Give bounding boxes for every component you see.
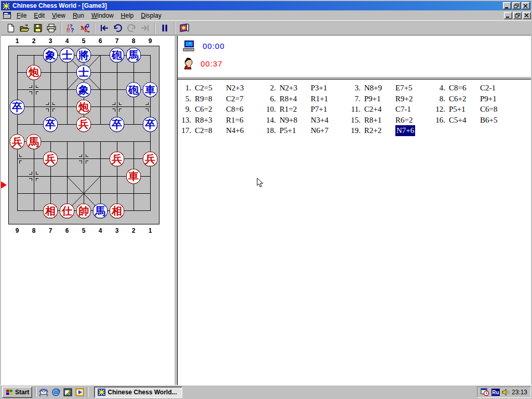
black-move[interactable]: C2=7: [226, 94, 243, 104]
piece-red[interactable]: 炮: [26, 65, 41, 81]
piece-black[interactable]: 馬: [93, 204, 108, 219]
black-move[interactable]: E7+5: [395, 83, 413, 94]
piece-red[interactable]: 馬: [26, 135, 41, 150]
black-move[interactable]: R1+1: [311, 94, 328, 104]
red-move[interactable]: P5+1: [280, 125, 311, 136]
red-move[interactable]: R8+4: [280, 94, 311, 104]
language-indicator[interactable]: Ru: [491, 389, 500, 396]
piece-black[interactable]: 馬: [126, 48, 141, 63]
mdi-minimize-button[interactable]: [504, 12, 512, 19]
restore-button[interactable]: [512, 2, 521, 9]
show-desktop-icon[interactable]: [63, 388, 72, 396]
black-move[interactable]: N2+3: [226, 83, 244, 94]
piece-black[interactable]: 士: [76, 65, 91, 81]
black-move[interactable]: C8=6: [226, 104, 243, 115]
black-move[interactable]: N6+7: [311, 125, 328, 136]
black-move[interactable]: P7+1: [311, 104, 327, 115]
menu-run[interactable]: Run: [69, 11, 88, 20]
piece-black[interactable]: 卒: [110, 117, 124, 132]
red-move[interactable]: R1=2: [280, 104, 311, 115]
menu-display[interactable]: Display: [137, 11, 165, 20]
black-move[interactable]: P3+1: [311, 83, 327, 94]
piece-black[interactable]: 卒: [143, 117, 157, 132]
opening-book-button[interactable]: [178, 22, 191, 34]
red-move[interactable]: P9+1: [364, 94, 395, 104]
auto-move-button[interactable]: M: [78, 22, 91, 34]
piece-black[interactable]: 象: [76, 83, 91, 98]
piece-red[interactable]: 相: [110, 204, 124, 219]
piece-red[interactable]: 兵: [10, 135, 24, 150]
red-move[interactable]: N8+9: [364, 83, 395, 94]
piece-red[interactable]: 車: [126, 169, 141, 184]
black-move[interactable]: N3+4: [311, 115, 328, 126]
piece-black[interactable]: 象: [43, 48, 58, 63]
piece-black[interactable]: 卒: [10, 100, 24, 115]
piece-red[interactable]: 帥: [76, 204, 91, 219]
piece-red[interactable]: 兵: [43, 152, 58, 167]
media-player-icon[interactable]: [75, 388, 84, 396]
volume-icon[interactable]: [502, 389, 510, 396]
black-move[interactable]: N4+6: [226, 125, 244, 136]
black-move[interactable]: C7-1: [395, 104, 411, 115]
piece-red[interactable]: 兵: [76, 117, 91, 132]
scheduler-icon[interactable]: [481, 388, 489, 396]
go-first-move-button[interactable]: [98, 22, 111, 34]
task-button-chinese-chess[interactable]: Chinese Chess World...: [94, 387, 182, 398]
start-button[interactable]: Start: [2, 387, 32, 398]
outlook-express-icon[interactable]: [39, 388, 48, 396]
print-button[interactable]: [45, 22, 58, 34]
piece-red[interactable]: 兵: [143, 152, 157, 167]
black-move[interactable]: R9+2: [395, 94, 413, 104]
red-move[interactable]: R2+2: [364, 125, 395, 136]
menu-help[interactable]: Help: [117, 11, 138, 20]
red-move[interactable]: N9+8: [280, 115, 311, 126]
piece-black[interactable]: 車: [143, 83, 157, 98]
piece-red[interactable]: 仕: [60, 204, 74, 219]
menu-view[interactable]: View: [48, 11, 69, 20]
red-move[interactable]: C8=6: [449, 83, 480, 94]
red-move[interactable]: R8+3: [195, 115, 226, 126]
piece-red[interactable]: 炮: [76, 100, 91, 115]
piece-black[interactable]: 砲: [126, 83, 141, 98]
pause-button[interactable]: [158, 22, 171, 34]
black-move[interactable]: B6+5: [480, 115, 497, 126]
piece-red[interactable]: 兵: [110, 152, 124, 167]
red-move[interactable]: P5+1: [449, 104, 480, 115]
mdi-document-icon[interactable]: [3, 12, 11, 19]
black-move[interactable]: R1=6: [226, 115, 243, 126]
new-game-button[interactable]: [4, 22, 18, 34]
red-move[interactable]: N2+3: [280, 83, 311, 94]
black-move[interactable]: P9+1: [480, 94, 497, 104]
black-move-selected[interactable]: N7+6: [395, 125, 415, 136]
hint-analysis-button[interactable]: !?!!?: [64, 22, 78, 34]
black-move[interactable]: R6=2: [395, 115, 413, 126]
save-file-button[interactable]: [31, 22, 45, 34]
black-move[interactable]: C2-1: [480, 83, 496, 94]
piece-black[interactable]: 砲: [110, 48, 124, 63]
minimize-button[interactable]: [503, 2, 511, 9]
mdi-close-button[interactable]: [523, 12, 531, 19]
red-move[interactable]: R9=8: [195, 94, 226, 104]
close-button[interactable]: [522, 2, 530, 9]
open-file-button[interactable]: [18, 22, 31, 34]
mdi-restore-button[interactable]: [513, 12, 522, 19]
red-move[interactable]: C5+4: [449, 115, 480, 126]
piece-black[interactable]: 將: [76, 48, 91, 63]
red-move[interactable]: C2=5: [195, 83, 226, 94]
red-move[interactable]: C2+4: [364, 104, 395, 115]
internet-explorer-icon[interactable]: [51, 388, 60, 396]
xiangqi-board[interactable]: 123456789987654321象士將砲馬炮士象砲車卒炮卒兵卒卒兵馬兵兵兵車…: [4, 37, 166, 236]
piece-red[interactable]: 相: [43, 204, 58, 219]
red-move[interactable]: C6=2: [195, 104, 226, 115]
red-move[interactable]: R8+1: [364, 115, 395, 126]
red-move[interactable]: C6+2: [449, 94, 480, 104]
piece-black[interactable]: 士: [60, 48, 74, 63]
red-move[interactable]: C2=8: [195, 125, 226, 136]
menu-file[interactable]: File: [13, 11, 30, 20]
svg-text:炮: 炮: [78, 101, 89, 113]
black-move[interactable]: C6=8: [480, 104, 497, 115]
piece-black[interactable]: 卒: [43, 117, 58, 132]
undo-move-button[interactable]: [111, 22, 125, 34]
menu-window[interactable]: Window: [88, 11, 117, 20]
menu-edit[interactable]: Edit: [30, 11, 48, 20]
